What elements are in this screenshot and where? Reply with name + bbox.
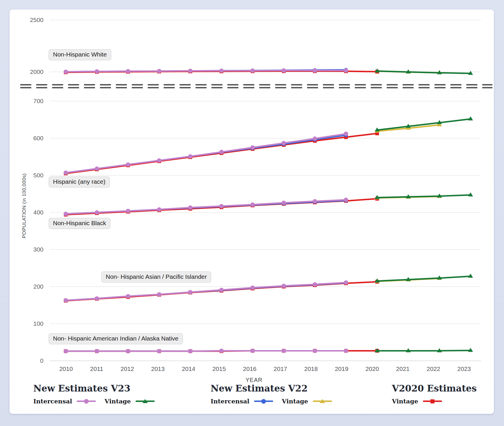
marker-hispanic-v23_intercensal bbox=[64, 171, 68, 175]
marker-aian-v23_intercensal bbox=[344, 349, 348, 353]
marker-white-v23_intercensal bbox=[282, 68, 286, 73]
legend-sample-marker-circle-icon bbox=[84, 399, 89, 404]
legend-item-label: Vintage bbox=[105, 398, 131, 405]
legend-item-label: Vintage bbox=[282, 398, 308, 405]
legend-item-label: Vintage bbox=[392, 398, 418, 405]
population-line-chart: 0100200300400500600700200025002010201120… bbox=[0, 0, 504, 426]
series-line-hispanic-v23_intercensal bbox=[66, 134, 346, 173]
marker-white-v23_intercensal bbox=[188, 69, 193, 73]
y-tick-label: 0 bbox=[40, 357, 43, 364]
marker-black-v23_intercensal bbox=[95, 210, 99, 215]
marker-asian_pi-v23_intercensal bbox=[313, 282, 317, 287]
marker-white-v23_intercensal bbox=[157, 69, 161, 73]
marker-hispanic-v23_intercensal bbox=[157, 158, 161, 163]
y-tick-label: 2500 bbox=[30, 17, 43, 23]
legend-row: IntercensalVintage bbox=[33, 398, 155, 405]
marker-hispanic-v23_intercensal bbox=[95, 166, 99, 171]
y-tick-label: 500 bbox=[33, 172, 43, 179]
series-line-asian_pi-v23_intercensal bbox=[66, 283, 346, 300]
legend-item-intercensal: Intercensal bbox=[211, 398, 273, 405]
legend-group-1: New Estimates V23IntercensalVintage bbox=[33, 383, 155, 405]
marker-aian-v23_intercensal bbox=[95, 349, 99, 353]
marker-black-v23_intercensal bbox=[157, 207, 161, 212]
x-tick-label: 2012 bbox=[120, 365, 134, 372]
legend-group-title: New Estimates V22 bbox=[211, 383, 332, 394]
series-label-black: Non-Hispanic Black bbox=[49, 218, 110, 229]
y-tick-label: 100 bbox=[33, 320, 43, 327]
marker-black-v23_intercensal bbox=[282, 201, 286, 205]
x-tick-label: 2017 bbox=[274, 365, 287, 372]
marker-white-v23_intercensal bbox=[95, 69, 99, 74]
x-tick-label: 2020 bbox=[366, 365, 379, 372]
marker-white-v23_intercensal bbox=[344, 68, 348, 73]
marker-white-v23_intercensal bbox=[251, 68, 255, 73]
marker-asian_pi-v23_intercensal bbox=[219, 288, 224, 292]
series-line-asian_pi-v23_vintage bbox=[377, 276, 471, 281]
legend-sample-marker-circle-icon bbox=[261, 399, 266, 404]
series-line-black-v23_intercensal bbox=[66, 200, 346, 214]
marker-hispanic-v23_intercensal bbox=[219, 150, 224, 154]
x-tick-label: 2010 bbox=[59, 365, 73, 372]
x-tick-label: 2021 bbox=[396, 365, 410, 372]
legend-item-intercensal: Intercensal bbox=[33, 398, 96, 405]
marker-asian_pi-v23_intercensal bbox=[344, 280, 348, 285]
marker-asian_pi-v23_intercensal bbox=[157, 292, 161, 296]
y-tick-label: 600 bbox=[33, 135, 43, 141]
series-label-asian_pi: Non- Hispanic Asian / Pacific Islander bbox=[101, 272, 211, 283]
legend-group-title: New Estimates V23 bbox=[33, 383, 155, 394]
marker-white-v23_intercensal bbox=[64, 70, 68, 74]
marker-hispanic-v23_intercensal bbox=[344, 132, 348, 136]
marker-black-v23_intercensal bbox=[64, 212, 68, 216]
legend-sample-square bbox=[423, 398, 442, 404]
marker-asian_pi-v23_intercensal bbox=[188, 290, 193, 294]
legend-sample-marker-triangle-icon bbox=[143, 399, 148, 403]
legend-item-vintage: Vintage bbox=[282, 398, 332, 405]
x-tick-label: 2016 bbox=[243, 365, 257, 372]
marker-white-v23_intercensal bbox=[219, 69, 224, 73]
series-label-aian: Non- Hispanic American Indian / Alaska N… bbox=[49, 333, 183, 344]
legend-row: IntercensalVintage bbox=[211, 398, 332, 405]
x-tick-label: 2011 bbox=[90, 365, 103, 372]
marker-black-v23_intercensal bbox=[126, 209, 130, 213]
y-tick-label: 400 bbox=[33, 209, 43, 216]
marker-white-v23_intercensal bbox=[313, 68, 317, 73]
x-tick-label: 2013 bbox=[151, 365, 165, 372]
legend-sample-circle bbox=[254, 398, 273, 404]
x-tick-label: 2022 bbox=[427, 365, 440, 372]
marker-aian-v23_intercensal bbox=[219, 349, 224, 353]
series-line-hispanic-v23_vintage bbox=[377, 119, 471, 130]
marker-hispanic-v23_intercensal bbox=[126, 162, 130, 167]
x-tick-label: 2014 bbox=[182, 365, 195, 372]
marker-asian_pi-v23_intercensal bbox=[282, 284, 286, 288]
marker-hispanic-v23_intercensal bbox=[313, 136, 317, 141]
legend-row: Vintage bbox=[392, 398, 477, 405]
legend-sample-marker-square-icon bbox=[430, 399, 434, 403]
marker-black-v23_intercensal bbox=[188, 205, 193, 210]
y-tick-label: 200 bbox=[33, 283, 43, 290]
legend-group-3: V2020 EstimatesVintage bbox=[392, 383, 477, 405]
x-tick-label: 2019 bbox=[335, 365, 348, 372]
legend-sample-circle bbox=[77, 398, 96, 404]
y-tick-label: 700 bbox=[33, 98, 43, 104]
marker-aian-v23_intercensal bbox=[126, 349, 130, 353]
marker-aian-v23_intercensal bbox=[188, 349, 193, 353]
marker-hispanic-v23_intercensal bbox=[188, 154, 193, 159]
marker-asian_pi-v23_intercensal bbox=[126, 294, 130, 298]
legend-sample-marker-triangle-icon bbox=[320, 399, 325, 403]
marker-asian_pi-v23_intercensal bbox=[251, 285, 255, 290]
marker-hispanic-v23_intercensal bbox=[251, 145, 255, 150]
x-tick-label: 2015 bbox=[212, 365, 226, 372]
marker-aian-v23_intercensal bbox=[64, 349, 68, 353]
series-line-black-v23_vintage bbox=[377, 195, 471, 198]
chart-page: 0100200300400500600700200025002010201120… bbox=[0, 0, 504, 426]
y-axis-title: POPULATION (in 100,000s) bbox=[21, 173, 27, 238]
marker-asian_pi-v23_intercensal bbox=[64, 298, 68, 303]
marker-black-v23_intercensal bbox=[219, 204, 224, 208]
marker-white-v23_intercensal bbox=[126, 69, 130, 73]
marker-asian_pi-v23_intercensal bbox=[95, 296, 99, 301]
legend-sample-triangle bbox=[313, 398, 332, 404]
series-label-hispanic: Hispanic (any race) bbox=[49, 176, 110, 187]
legend-group-2: New Estimates V22IntercensalVintage bbox=[211, 383, 332, 405]
series-line-aian-v23_intercensal bbox=[66, 351, 346, 351]
marker-hispanic-v23_vintage bbox=[468, 116, 473, 120]
